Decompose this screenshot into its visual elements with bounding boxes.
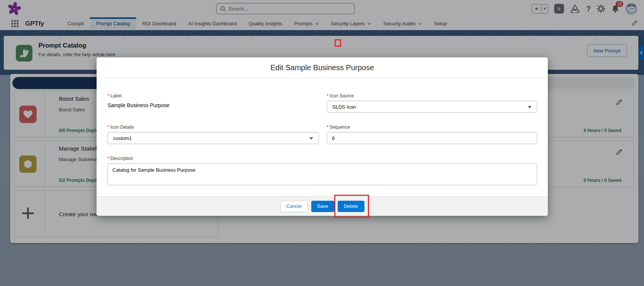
annotation-box-small	[335, 39, 341, 47]
modal-title: Edit Sample Business Purpose	[97, 57, 548, 78]
icon-details-select[interactable]: custom1	[108, 132, 319, 144]
required-marker: *	[108, 156, 109, 161]
icon-source-select[interactable]: SLDS Icon	[327, 101, 537, 113]
edit-business-purpose-modal: Edit Sample Business Purpose *Label Samp…	[97, 57, 548, 216]
required-marker: *	[108, 125, 109, 130]
description-textarea[interactable]: Catalog for Sample Business Purpose	[108, 163, 537, 185]
sequence-input[interactable]	[327, 132, 537, 144]
label-value: Sample Business Purpose	[108, 102, 319, 108]
field-description: *Description Catalog for Sample Business…	[108, 156, 537, 187]
required-marker: *	[327, 93, 329, 98]
field-sequence: *Sequence	[327, 125, 537, 144]
field-icon-details: *Icon Details custom1	[108, 125, 319, 144]
required-marker: *	[108, 93, 109, 98]
screen: ★ ▼ + ?	[0, 0, 644, 286]
field-icon-source: *Icon Source SLDS Icon	[327, 93, 537, 113]
annotation-box-delete	[334, 195, 369, 218]
chevron-down-icon	[309, 137, 313, 140]
textarea-resize-handle[interactable]	[532, 240, 536, 244]
required-marker: *	[327, 125, 329, 130]
chevron-down-icon	[528, 106, 532, 108]
save-button[interactable]: Save	[311, 201, 334, 212]
cancel-button[interactable]: Cancel	[280, 201, 308, 212]
modal-footer: Cancel Save Delete	[97, 196, 548, 216]
modal-body: *Label Sample Business Purpose *Icon Sou…	[97, 78, 548, 196]
field-label: *Label Sample Business Purpose	[108, 93, 319, 108]
